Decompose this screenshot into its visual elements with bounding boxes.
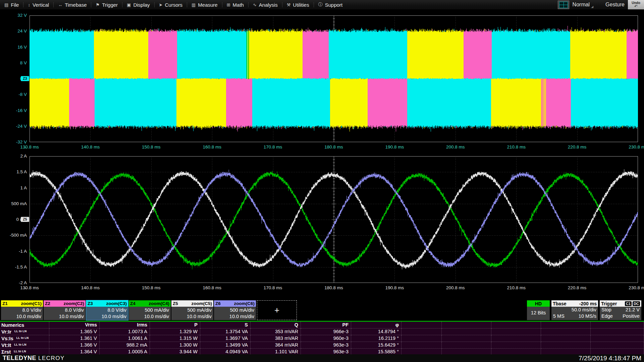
descriptor-z2[interactable]: Z2zoom(C2)8.0 V/div10.0 ms/div xyxy=(44,300,86,320)
y-axis-label: 2 A xyxy=(0,154,27,159)
descriptor-body: 500 mA/div10.0 ms/div xyxy=(171,307,213,320)
y-axis-label: -24 V xyxy=(0,124,27,129)
x-axis-label: 200.8 ms xyxy=(439,144,472,149)
value-cell: 988.2 mA xyxy=(100,342,150,349)
z5-zero-level-badge[interactable]: Z5 xyxy=(21,217,29,222)
scroll-left-arrow[interactable]: ← xyxy=(24,145,28,149)
empty-cell xyxy=(401,322,442,328)
descriptor-vdiv: 500 mA/div xyxy=(173,307,212,313)
y-axis-label: -500 mA xyxy=(0,233,27,238)
column-header: S xyxy=(200,322,251,328)
value-cell: 14.8794 ° xyxy=(351,328,401,335)
menu-item-timebase[interactable]: ↔Timebase xyxy=(54,0,91,9)
empty-cell xyxy=(401,335,442,342)
descriptor-vdiv: 8.0 V/div xyxy=(88,307,126,313)
trigger-label: Trigger xyxy=(601,301,617,306)
value-cell: 353 mVAR xyxy=(251,328,301,335)
row-label: Vs:IsLL to LN xyxy=(0,335,49,342)
y-axis-label: 500 mA xyxy=(0,201,27,206)
descriptor-header: Z2zoom(C2) xyxy=(44,300,86,307)
trigger-icon: ⚑ xyxy=(96,2,100,7)
descriptor-vdiv: 500 mA/div xyxy=(130,307,169,313)
column-header: Q xyxy=(251,322,301,328)
value-cell: 1.366 V xyxy=(49,342,100,349)
x-axis-label: 220.8 ms xyxy=(560,144,594,149)
trigger-coupling-badge: DC xyxy=(633,301,640,306)
scroll-left-arrow[interactable]: ← xyxy=(24,286,28,290)
menu-item-display[interactable]: ▣Display xyxy=(122,0,154,9)
value-cell: 1.361 V xyxy=(49,335,100,342)
descriptor-z4[interactable]: Z4zoom(C4)500 mA/div10.0 ms/div xyxy=(129,300,171,320)
support-icon: ⓘ xyxy=(318,2,323,8)
empty-cell xyxy=(491,328,541,335)
trigger-box[interactable]: Trigger C1 DC Stop 21.2 V Edge Positive xyxy=(600,300,641,320)
value-cell: 960e-3 xyxy=(301,335,351,342)
descriptor-z5[interactable]: Z5zoom(C5)500 mA/div10.0 ms/div xyxy=(171,300,213,320)
descriptor-title: zoom(C3) xyxy=(106,301,127,306)
menu-item-measure[interactable]: ▥Measure xyxy=(187,0,222,9)
descriptor-tdiv: 10.0 ms/div xyxy=(2,313,41,320)
tbase-rate: 10 MS/s xyxy=(579,313,596,319)
hd-box[interactable]: HD 12 Bits xyxy=(527,300,550,320)
grid-layout-button[interactable] xyxy=(558,1,569,9)
undo-button[interactable]: Undo ↶ xyxy=(628,0,644,9)
descriptor-z6[interactable]: Z6zoom(C6)500 mA/div10.0 ms/div xyxy=(214,300,256,320)
column-header: PF xyxy=(301,322,351,328)
descriptor-z3[interactable]: Z3zoom(C3)8.0 V/div10.0 ms/div xyxy=(86,300,128,320)
oscilloscope-screen: ▤File↕Vertical↔Timebase⚑Trigger▣Display➤… xyxy=(0,0,644,362)
empty-cell xyxy=(442,322,491,328)
x-axis-label: 210.8 ms xyxy=(499,144,533,149)
descriptor-header: Z3zoom(C3) xyxy=(86,300,128,307)
descriptor-title: zoom(C1) xyxy=(21,301,42,306)
descriptor-id: Z6 xyxy=(215,301,221,306)
y-axis-label: 32 V xyxy=(0,13,27,18)
empty-cell xyxy=(541,322,591,328)
voltage-waveform-grid[interactable] xyxy=(30,15,638,142)
x-axis-label: 150.8 ms xyxy=(135,144,168,149)
descriptor-title: zoom(C4) xyxy=(149,301,170,306)
gesture-button[interactable]: Gesture xyxy=(605,2,625,8)
empty-cell xyxy=(591,328,644,335)
menu-bar: ▤File↕Vertical↔Timebase⚑Trigger▣Display➤… xyxy=(0,0,644,9)
add-trace-tile[interactable]: + xyxy=(257,300,297,320)
trigger-mode: Stop xyxy=(601,307,611,313)
chevron-down-icon: ◢ xyxy=(591,5,593,9)
numerics-table: NumericsVrmsIrmsPSQPFφVr:IrLL to LN1.365… xyxy=(0,322,644,356)
menu-item-utilities[interactable]: ⚒Utilities xyxy=(282,0,314,9)
x-axis-label: 170.8 ms xyxy=(256,144,290,149)
timebase-box[interactable]: Tbase -200 ms 50.0 ms/div 5 MS 10 MS/s xyxy=(551,300,598,320)
datetime-label: 7/25/2019 4:18:47 PM xyxy=(579,355,641,362)
x-axis-label: 180.8 ms xyxy=(317,144,351,149)
row-label: Vr:IrLL to LN xyxy=(0,328,49,335)
menu-item-label: Cursors xyxy=(165,2,183,8)
y-axis-label: -2 A xyxy=(0,280,27,285)
menu-item-support[interactable]: ⓘSupport xyxy=(314,0,347,9)
x-axis-label: 200.8 ms xyxy=(439,285,472,290)
grid-mode-label[interactable]: Normal xyxy=(573,2,590,8)
menu-item-math[interactable]: ⊞Math xyxy=(222,0,248,9)
column-header: Irms xyxy=(100,322,150,328)
x-axis-label: 170.8 ms xyxy=(256,285,290,290)
descriptor-tdiv: 10.0 ms/div xyxy=(215,313,254,320)
utilities-icon: ⚒ xyxy=(287,2,291,7)
menu-item-file[interactable]: ▤File xyxy=(0,0,23,9)
trigger-source-badge: C1 xyxy=(625,301,632,306)
empty-cell xyxy=(401,328,442,335)
descriptor-vdiv: 8.0 V/div xyxy=(45,307,84,313)
x-axis-label: 130.8 ms xyxy=(13,285,46,290)
empty-cell xyxy=(442,342,491,349)
menu-item-cursors[interactable]: ➤Cursors xyxy=(155,0,187,9)
menu-item-trigger[interactable]: ⚑Trigger xyxy=(91,0,122,9)
descriptor-id: Z5 xyxy=(173,301,178,306)
descriptor-body: 8.0 V/div10.0 ms/div xyxy=(1,307,43,320)
descriptor-body: 500 mA/div10.0 ms/div xyxy=(129,307,171,320)
current-waveform-grid[interactable] xyxy=(30,156,638,283)
value-cell: 1.315 W xyxy=(150,335,200,342)
row-sublabel: LL to LN xyxy=(16,336,29,340)
z3-zero-level-badge[interactable]: Z3 xyxy=(21,76,29,81)
menu-item-analysis[interactable]: ∿Analysis xyxy=(249,0,282,9)
x-axis-label: 140.8 ms xyxy=(73,144,107,149)
descriptor-z1[interactable]: Z1zoom(C1)8.0 V/div10.0 ms/div xyxy=(1,300,43,320)
descriptor-header: Z4zoom(C4) xyxy=(129,300,171,307)
menu-item-vertical[interactable]: ↕Vertical xyxy=(23,0,53,9)
